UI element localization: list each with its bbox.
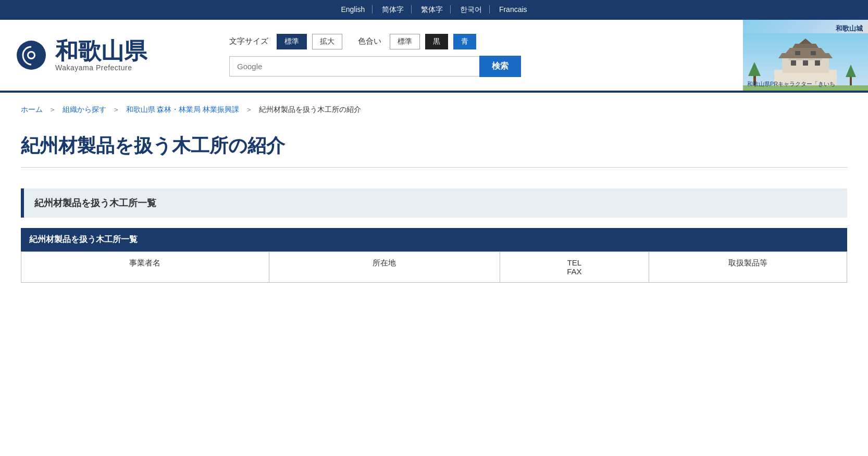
woodmill-table: 事業者名 所在地 TELFAX 取扱製品等 [21, 251, 847, 283]
search-row: 検索 [229, 56, 733, 77]
castle-pr-text: 和歌山県PRキャラクター「きいち [747, 80, 835, 88]
svg-marker-8 [786, 48, 825, 53]
svg-rect-14 [803, 60, 808, 66]
section-heading: 紀州材製品を扱う木工所一覧 [21, 188, 847, 218]
logo-roman: Wakayama Prefecture [55, 64, 147, 72]
search-button[interactable]: 検索 [479, 56, 521, 77]
svg-marker-9 [792, 44, 819, 48]
header-controls: 文字サイズ 標準 拡大 色合い 標準 黒 青 検索 [219, 20, 743, 91]
breadcrumb-home[interactable]: ホーム [21, 105, 43, 113]
font-standard-button[interactable]: 標準 [277, 34, 307, 49]
col-header-products: 取扱製品等 [649, 252, 847, 283]
col-header-name: 事業者名 [21, 252, 269, 283]
color-blue-button[interactable]: 青 [453, 34, 476, 49]
page-title-section: 紀州材製品を扱う木工所の紹介 [0, 123, 868, 173]
svg-rect-13 [791, 60, 796, 66]
font-size-label: 文字サイズ [229, 36, 268, 46]
language-bar: English 简体字 繁体字 한국어 Francais [0, 0, 868, 20]
table-title-bar: 紀州材製品を扱う木工所一覧 [21, 228, 847, 251]
lang-english-link[interactable]: English [333, 5, 373, 14]
castle-image-area: 和歌山城 [743, 20, 868, 91]
font-large-button[interactable]: 拡大 [312, 34, 342, 49]
table-section: 紀州材製品を扱う木工所一覧 事業者名 所在地 TELFAX 取扱製品等 [0, 228, 868, 303]
site-header: 和歌山県 Wakayama Prefecture 文字サイズ 標準 拡大 色合い… [0, 20, 868, 93]
logo-kanji: 和歌山県 [55, 39, 147, 64]
col-header-location: 所在地 [269, 252, 500, 283]
svg-marker-7 [778, 53, 833, 58]
color-standard-button[interactable]: 標準 [390, 34, 420, 49]
breadcrumb: ホーム ＞ 組織から探す ＞ 和歌山県 森林・林業局 林業振興課 ＞ 紀州材製品… [0, 93, 868, 123]
breadcrumb-sep3: ＞ [245, 105, 253, 113]
lang-korean-link[interactable]: 한국어 [453, 5, 490, 14]
castle-title: 和歌山城 [836, 20, 868, 33]
breadcrumb-sep2: ＞ [113, 105, 120, 113]
breadcrumb-dept[interactable]: 和歌山県 森林・林業局 林業振興課 [126, 105, 240, 113]
castle-banner: 和歌山城 [743, 20, 868, 91]
font-size-row: 文字サイズ 標準 拡大 色合い 標準 黒 青 [229, 34, 733, 49]
search-input[interactable] [229, 56, 479, 77]
lang-traditional-link[interactable]: 繁体字 [414, 5, 451, 14]
lang-simplified-link[interactable]: 简体字 [375, 5, 412, 14]
svg-rect-19 [850, 76, 852, 85]
svg-rect-15 [815, 60, 820, 66]
section-heading-wrapper: 紀州材製品を扱う木工所一覧 [0, 173, 868, 228]
lang-french-link[interactable]: Francais [492, 5, 535, 14]
wakayama-logo-icon [16, 40, 47, 71]
svg-rect-11 [795, 51, 800, 55]
color-black-button[interactable]: 黒 [425, 34, 448, 49]
breadcrumb-org[interactable]: 組織から探す [63, 105, 106, 113]
color-label: 色合い [358, 36, 381, 46]
svg-rect-12 [811, 51, 816, 55]
breadcrumb-sep1: ＞ [49, 105, 56, 113]
logo-text: 和歌山県 Wakayama Prefecture [55, 39, 147, 72]
svg-point-2 [29, 53, 34, 58]
table-header-row: 事業者名 所在地 TELFAX 取扱製品等 [21, 252, 847, 283]
page-title: 紀州材製品を扱う木工所の紹介 [21, 133, 847, 168]
logo-section: 和歌山県 Wakayama Prefecture [0, 20, 219, 91]
col-header-tel: TELFAX [500, 252, 649, 283]
breadcrumb-current: 紀州材製品を扱う木工所の紹介 [259, 105, 361, 113]
